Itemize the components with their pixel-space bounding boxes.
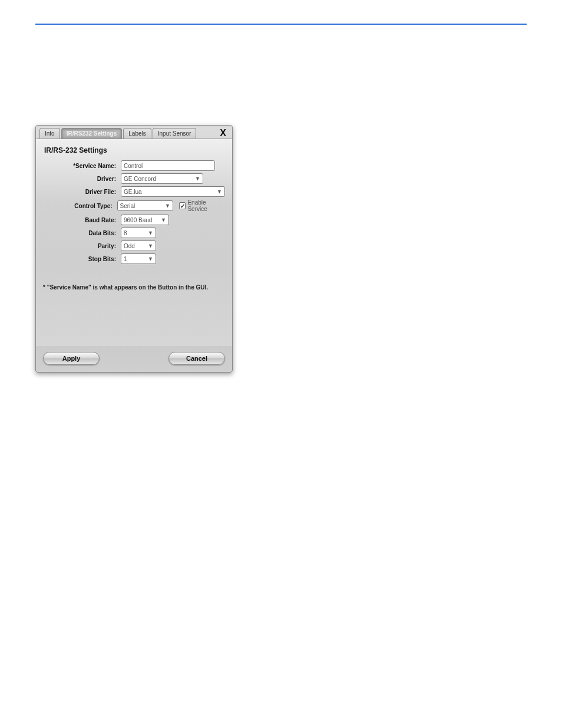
control-type-value: Serial [120, 203, 135, 209]
data-bits-value: 8 [124, 230, 127, 236]
stop-bits-value: 1 [124, 256, 127, 262]
stop-bits-label: Stop Bits: [43, 256, 118, 262]
chevron-down-icon: ▼ [148, 243, 153, 249]
tab-info[interactable]: Info [39, 128, 60, 139]
chevron-down-icon: ▼ [195, 176, 200, 182]
data-bits-label: Data Bits: [43, 230, 118, 236]
check-icon: ✓ [179, 202, 186, 209]
control-type-label: Control Type: [43, 203, 115, 209]
baud-rate-select[interactable]: 9600 Baud ▼ [121, 215, 169, 225]
service-name-note: * "Service Name" is what appears on the … [43, 284, 225, 291]
enable-service-label: Enable Service [187, 199, 225, 212]
dialog-button-bar: Apply Cancel [36, 346, 232, 372]
driver-value: GE Concord [124, 176, 156, 182]
chevron-down-icon: ▼ [148, 230, 153, 236]
close-icon[interactable]: X [216, 128, 230, 139]
driver-file-select[interactable]: GE.lua ▼ [121, 186, 225, 197]
driver-file-value: GE.lua [124, 189, 142, 195]
chevron-down-icon: ▼ [165, 203, 170, 209]
enable-service-checkbox[interactable]: ✓ Enable Service [179, 199, 225, 212]
baud-rate-label: Baud Rate: [43, 217, 118, 223]
service-name-label: *Service Name: [43, 163, 118, 169]
page-top-rule [35, 24, 527, 25]
tab-ir-rs232-settings[interactable]: IR/RS232 Settings [61, 128, 123, 139]
panel-title: IR/RS-232 Settings [44, 146, 225, 154]
driver-label: Driver: [43, 176, 118, 182]
apply-button[interactable]: Apply [43, 352, 100, 365]
settings-dialog: Info IR/RS232 Settings Labels Input Sens… [35, 125, 233, 373]
chevron-down-icon: ▼ [148, 256, 153, 262]
tab-input-sensor[interactable]: Input Sensor [153, 128, 197, 139]
tab-bar: Info IR/RS232 Settings Labels Input Sens… [36, 126, 232, 139]
stop-bits-select[interactable]: 1 ▼ [121, 253, 156, 264]
parity-label: Parity: [43, 243, 118, 249]
baud-rate-value: 9600 Baud [124, 217, 152, 223]
cancel-button[interactable]: Cancel [168, 352, 225, 365]
service-name-input[interactable] [121, 160, 215, 171]
driver-file-label: Driver File: [43, 189, 118, 195]
data-bits-select[interactable]: 8 ▼ [121, 228, 156, 238]
tab-labels[interactable]: Labels [123, 128, 151, 139]
parity-value: Odd [124, 243, 135, 249]
parity-select[interactable]: Odd ▼ [121, 241, 156, 251]
tab-panel: IR/RS-232 Settings *Service Name: Driver… [36, 139, 232, 346]
chevron-down-icon: ▼ [217, 189, 222, 195]
chevron-down-icon: ▼ [161, 217, 166, 223]
driver-select[interactable]: GE Concord ▼ [121, 173, 203, 184]
control-type-select[interactable]: Serial ▼ [117, 200, 173, 211]
